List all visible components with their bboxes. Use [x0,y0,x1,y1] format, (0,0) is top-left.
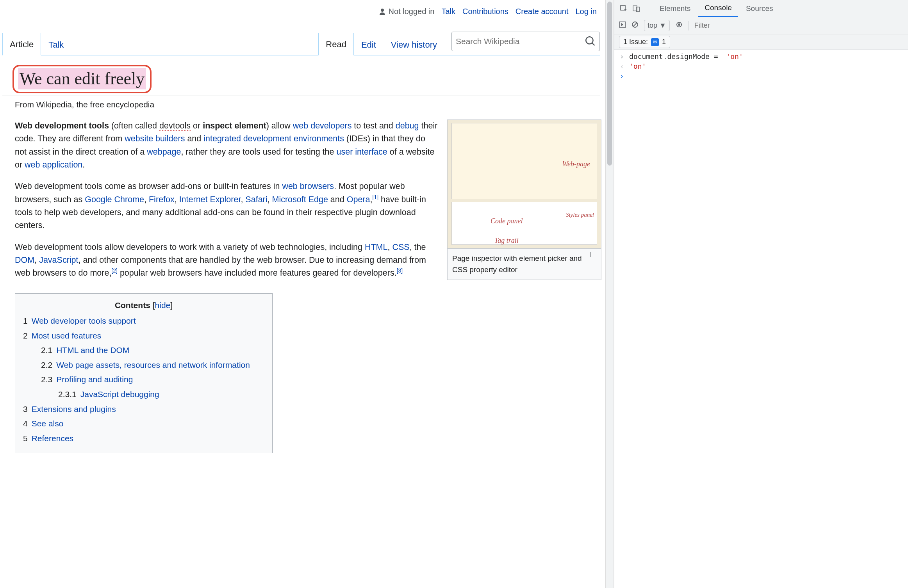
link-web-developers[interactable]: web developers [293,121,352,130]
link-edge[interactable]: Microsoft Edge [272,195,328,204]
link-javascript[interactable]: JavaScript [39,255,78,265]
link-user-interface[interactable]: user interface [336,147,387,157]
wikipedia-page: Not logged in Talk Contributions Create … [0,0,605,588]
toc-hide-link[interactable]: hide [155,301,171,310]
page-subtitle: From Wikipedia, the free encyclopedia [15,100,600,109]
toc-item[interactable]: 2.3Profiling and auditing [23,373,264,386]
console-sidebar-icon[interactable] [619,21,626,30]
infobox-label-styles: Styles panel [566,210,594,219]
infobox-label-tag: Tag trail [494,235,519,246]
link-website-builders[interactable]: website builders [125,134,185,143]
device-toolbar-icon[interactable] [631,3,642,14]
infobox-label-webpage: Web-page [562,159,590,170]
issues-chip[interactable]: 1 Issue: ✉ 1 [619,36,670,48]
personal-link-talk[interactable]: Talk [441,7,455,16]
toc-item[interactable]: 3Extensions and plugins [23,403,264,416]
link-debug[interactable]: debug [396,121,419,130]
console-prompt[interactable]: › [614,71,908,81]
search-box[interactable] [451,32,600,51]
issues-bar: 1 Issue: ✉ 1 [614,34,908,50]
tab-read[interactable]: Read [318,33,354,55]
infobox: Web-page Code panel Styles panel Tag tra… [447,119,601,280]
toc-item[interactable]: 4See also [23,417,264,430]
link-web-browsers[interactable]: web browsers [282,182,334,191]
devtools-panel: Elements Console Sources top ▼ 1 Issue: … [614,0,908,588]
svg-point-5 [678,23,680,26]
link-ide[interactable]: integrated development environments [203,134,344,143]
tab-view-history[interactable]: View history [384,33,444,55]
link-css[interactable]: CSS [392,242,409,252]
link-web-application[interactable]: web application [25,160,82,169]
search-input[interactable] [456,37,585,46]
infobox-label-code: Code panel [491,216,523,227]
toc-title: Contents [115,301,150,310]
table-of-contents: Contents [hide] 1Web developer tools sup… [15,293,273,453]
console-filter-input[interactable] [694,21,741,30]
console-input-line: ›document.designMode = 'on' [614,52,908,61]
link-ie[interactable]: Internet Explorer [179,195,241,204]
link-html[interactable]: HTML [365,242,388,252]
scrollbar-thumb[interactable] [607,2,612,166]
personal-link-log-in[interactable]: Log in [576,7,597,16]
console-output-line: ‹'on' [614,61,908,71]
page-title-highlight: We can edit freely [12,65,152,93]
personal-link-create-account[interactable]: Create account [516,7,569,16]
clear-console-icon[interactable] [631,21,639,30]
link-webpage[interactable]: webpage [147,147,181,157]
tab-talk[interactable]: Talk [41,33,71,55]
page-tabs: Article Talk Read Edit View history [2,32,600,55]
tab-article[interactable]: Article [2,33,41,55]
console-toolbar: top ▼ [614,17,908,34]
context-selector[interactable]: top ▼ [644,20,670,31]
inspect-element-icon[interactable] [618,3,629,14]
ref-1[interactable]: [1] [372,194,378,200]
toc-item[interactable]: 1Web developer tools support [23,315,264,328]
personal-link-contributions[interactable]: Contributions [462,7,508,16]
devtools-tab-sources[interactable]: Sources [740,0,780,17]
issue-message-icon: ✉ [651,38,659,46]
toc-item[interactable]: 5References [23,432,264,445]
expand-icon[interactable] [590,252,597,257]
tab-edit[interactable]: Edit [354,33,384,55]
devtools-word: devtools [159,121,191,131]
link-opera[interactable]: Opera [347,195,370,204]
devtools-tabbar: Elements Console Sources [614,0,908,17]
ref-2[interactable]: [2] [111,267,118,274]
not-logged-in-label: Not logged in [378,7,435,16]
devtools-tab-elements[interactable]: Elements [653,0,697,17]
personal-nav: Not logged in Talk Contributions Create … [2,0,600,18]
toc-item[interactable]: 2Most used features [23,330,264,342]
infobox-image[interactable]: Web-page Code panel Styles panel Tag tra… [448,120,601,249]
link-safari[interactable]: Safari [245,195,267,204]
page-scrollbar[interactable] [605,0,614,588]
link-dom[interactable]: DOM [15,255,34,265]
link-chrome[interactable]: Google Chrome [85,195,144,204]
article-body: Web-page Code panel Styles panel Tag tra… [2,119,600,453]
toc-item[interactable]: 2.1HTML and the DOM [23,344,264,357]
ref-3[interactable]: [3] [397,267,403,274]
toc-item[interactable]: 2.3.1JavaScript debugging [23,388,264,401]
devtools-tab-console[interactable]: Console [698,0,738,17]
search-icon[interactable] [585,36,596,46]
infobox-caption: Page inspector with element picker and C… [448,249,601,280]
link-firefox[interactable]: Firefox [149,195,175,204]
toc-item[interactable]: 2.2Web page assets, resources and networ… [23,359,264,372]
live-expression-icon[interactable] [675,21,683,30]
console-body[interactable]: ›document.designMode = 'on' ‹'on' › [614,50,908,588]
page-title[interactable]: We can edit freely [18,68,146,89]
user-icon [378,8,386,16]
